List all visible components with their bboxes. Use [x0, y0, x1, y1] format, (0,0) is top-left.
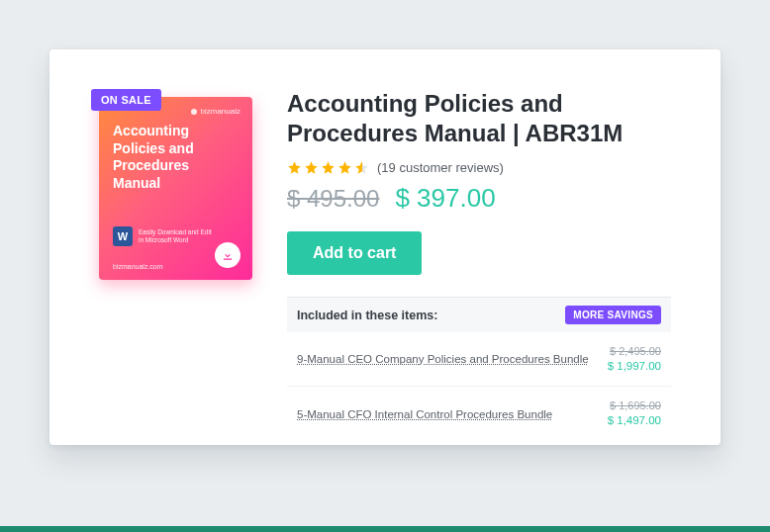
star-icon: [304, 160, 319, 175]
product-main: Accounting Policies and Procedures Manua…: [287, 89, 671, 415]
reviews-link[interactable]: (19 customer reviews): [377, 160, 504, 175]
product-cover-wrap: ON SALE bizmanualz Accounting Policies a…: [99, 89, 252, 415]
included-header-label: Included in these items:: [297, 309, 437, 322]
rating-stars: [287, 160, 369, 175]
cover-brand: bizmanualz: [191, 107, 241, 116]
bundle-list: 9-Manual CEO Company Policies and Proced…: [287, 332, 671, 441]
bundle-price-old: $ 2,495.00: [608, 344, 661, 359]
price-row: $ 495.00 $ 397.00: [287, 183, 671, 214]
cover-site: bizmanualz.com: [113, 263, 163, 270]
more-savings-badge: MORE SAVINGS: [565, 306, 661, 324]
included-header: Included in these items: MORE SAVINGS: [287, 298, 671, 332]
sale-badge: ON SALE: [91, 89, 161, 111]
star-icon: [321, 160, 336, 175]
add-to-cart-button[interactable]: Add to cart: [287, 231, 422, 275]
bundle-link[interactable]: 9-Manual CEO Company Policies and Proced…: [297, 353, 589, 365]
star-icon: [354, 160, 369, 175]
cover-word-text: Easily Download and Edit in Microsoft Wo…: [139, 228, 218, 244]
product-cover[interactable]: bizmanualz Accounting Policies and Proce…: [99, 97, 252, 280]
download-icon: [215, 242, 241, 268]
bundle-link[interactable]: 5-Manual CFO Internal Control Procedures…: [297, 408, 552, 420]
page-accent-bar: [0, 526, 770, 532]
star-icon: [287, 160, 302, 175]
price-new: $ 397.00: [395, 183, 495, 214]
bundle-prices: $ 1,695.00$ 1,497.00: [608, 399, 661, 428]
bundle-row: 9-Manual CEO Company Policies and Proced…: [287, 332, 671, 387]
star-icon: [337, 160, 352, 175]
bundle-prices: $ 2,495.00$ 1,997.00: [608, 344, 661, 374]
product-title: Accounting Policies and Procedures Manua…: [287, 89, 671, 148]
bundle-row: 5-Manual CFO Internal Control Procedures…: [287, 387, 671, 440]
included-section: Included in these items: MORE SAVINGS 9-…: [287, 297, 671, 441]
bundle-price-old: $ 1,695.00: [608, 399, 661, 413]
word-icon: W: [113, 226, 133, 246]
cover-title: Accounting Policies and Procedures Manua…: [113, 123, 232, 192]
price-old: $ 495.00: [287, 185, 379, 213]
bundle-price-new: $ 1,997.00: [608, 359, 661, 375]
cover-word-row: W Easily Download and Edit in Microsoft …: [113, 226, 218, 246]
product-card: ON SALE bizmanualz Accounting Policies a…: [49, 49, 721, 445]
rating-row: (19 customer reviews): [287, 160, 671, 175]
bundle-price-new: $ 1,497.00: [608, 413, 661, 429]
